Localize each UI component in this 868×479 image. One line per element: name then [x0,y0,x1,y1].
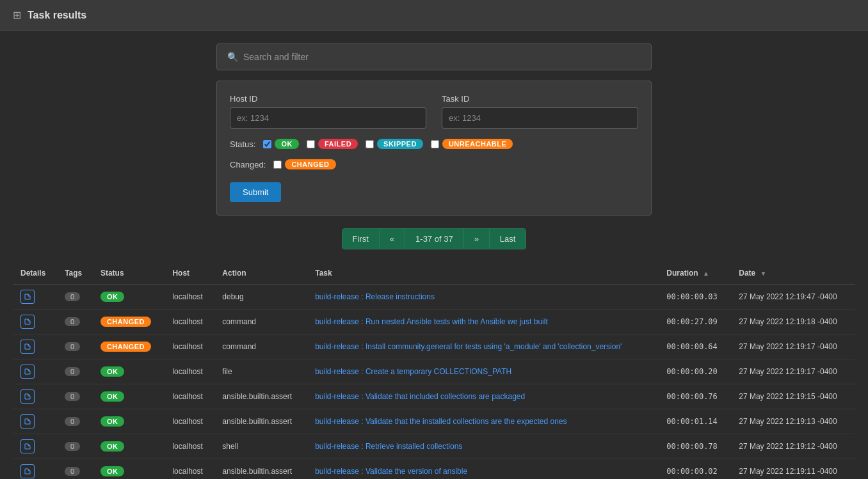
cell-task-5: build-release : Validate that the instal… [307,409,659,434]
cell-details-2 [13,334,57,359]
status-ok-checkbox[interactable] [263,140,271,148]
table-row: 0 OK localhost ansible.builtin.assert bu… [13,384,855,409]
cell-details-0 [13,285,57,310]
submit-button[interactable]: Submit [230,182,281,202]
results-table: Details Tags Status Host Action Task Dur… [13,262,855,479]
detail-link-5[interactable] [20,414,35,428]
task-link-2[interactable]: build-release : Install community.genera… [315,342,622,351]
cell-host-4: localhost [165,384,214,409]
col-host: Host [165,262,214,285]
task-link-5[interactable]: build-release : Validate that the instal… [315,417,567,426]
cell-host-6: localhost [165,434,214,459]
detail-link-0[interactable] [20,290,35,304]
status-skipped-item: SKIPPED [366,139,423,149]
status-filter-row: Status: OK FAILED SKIPPED UNREACHABLE [230,139,638,149]
status-badge-6: OK [100,441,125,452]
cell-details-6 [13,434,57,459]
main-content: 🔍 Search and filter Host ID Task ID Stat… [0,31,868,479]
task-id-label: Task ID [442,94,638,104]
detail-link-1[interactable] [20,315,35,329]
last-page-button[interactable]: Last [490,229,526,249]
task-link-3[interactable]: build-release : Create a temporary COLLE… [315,367,511,376]
cell-date-0: 27 May 2022 12:19:47 -0400 [731,285,855,310]
changed-filter-row: Changed: CHANGED [230,159,638,169]
cell-details-1 [13,310,57,334]
cell-tags-0: 0 [57,285,93,310]
status-failed-checkbox[interactable] [307,140,315,148]
cell-details-5 [13,409,57,434]
cell-duration-6: 00:00:00.78 [659,434,731,459]
detail-link-4[interactable] [20,389,35,404]
status-skipped-badge: SKIPPED [377,139,423,149]
task-id-input[interactable] [442,107,638,129]
cell-host-3: localhost [165,359,214,384]
first-page-button[interactable]: First [342,229,380,249]
next-page-button[interactable]: » [464,229,490,249]
filter-id-row: Host ID Task ID [230,94,638,129]
table-row: 0 OK localhost ansible.builtin.assert bu… [13,409,855,434]
cell-task-3: build-release : Create a temporary COLLE… [307,359,659,384]
table-row: 0 OK localhost file build-release : Crea… [13,359,855,384]
cell-host-0: localhost [165,285,214,310]
task-link-4[interactable]: build-release : Validate that included c… [315,392,525,401]
changed-filter-label: Changed: [230,160,266,169]
task-id-group: Task ID [442,94,638,129]
cell-action-0: debug [214,285,307,310]
cell-action-2: command [214,334,307,359]
prev-page-button[interactable]: « [380,229,405,249]
cell-tags-3: 0 [57,359,93,384]
detail-link-7[interactable] [20,464,35,478]
changed-checkbox[interactable] [273,161,282,169]
cell-date-1: 27 May 2022 12:19:18 -0400 [731,310,855,334]
cell-date-6: 27 May 2022 12:19:12 -0400 [731,434,855,459]
host-id-input[interactable] [230,107,426,129]
task-link-1[interactable]: build-release : Run nested Ansible tests… [315,317,548,326]
col-tags: Tags [57,262,93,285]
col-details: Details [13,262,57,285]
cell-task-7: build-release : Validate the version of … [307,459,659,480]
search-icon: 🔍 [227,52,238,62]
detail-link-3[interactable] [20,365,35,379]
status-badge-1: CHANGED [100,317,151,327]
cell-tags-5: 0 [57,409,93,434]
date-sort-icon: ▼ [760,270,767,277]
cell-task-0: build-release : Release instructions [307,285,659,310]
cell-date-3: 27 May 2022 12:19:17 -0400 [731,359,855,384]
col-duration[interactable]: Duration ▲ [659,262,731,285]
task-link-7[interactable]: build-release : Validate the version of … [315,467,467,476]
col-date[interactable]: Date ▼ [731,262,855,285]
status-unreachable-checkbox[interactable] [431,140,439,148]
status-failed-item: FAILED [307,139,358,149]
tag-count-2: 0 [65,342,80,351]
cell-host-2: localhost [165,334,214,359]
task-link-0[interactable]: build-release : Release instructions [315,292,435,301]
status-badge-4: OK [100,391,125,402]
cell-action-4: ansible.builtin.assert [214,384,307,409]
pagination: First « 1-37 of 37 » Last [342,228,527,249]
page-title: Task results [28,10,86,21]
status-failed-badge: FAILED [318,139,358,149]
table-row: 0 OK localhost ansible.builtin.assert bu… [13,459,855,480]
cell-tags-6: 0 [57,434,93,459]
task-link-6[interactable]: build-release : Retrieve installed colle… [315,442,462,451]
search-bar[interactable]: 🔍 Search and filter [216,43,652,70]
cell-status-2: CHANGED [93,334,165,359]
detail-link-6[interactable] [20,439,35,453]
changed-badge: CHANGED [285,159,335,169]
cell-tags-7: 0 [57,459,93,480]
detail-link-2[interactable] [20,340,35,354]
cell-action-1: command [214,310,307,334]
changed-item: CHANGED [273,159,335,169]
cell-host-5: localhost [165,409,214,434]
filter-area: Host ID Task ID Status: OK FAILED SKIPPE… [216,81,652,216]
status-badge-0: OK [100,292,125,302]
cell-task-4: build-release : Validate that included c… [307,384,659,409]
cell-action-3: file [214,359,307,384]
cell-action-7: ansible.builtin.assert [214,459,307,480]
cell-status-1: CHANGED [93,310,165,334]
cell-task-2: build-release : Install community.genera… [307,334,659,359]
results-table-container: Details Tags Status Host Action Task Dur… [13,262,855,479]
cell-duration-3: 00:00:00.20 [659,359,731,384]
task-results-icon: ⊞ [13,9,21,21]
status-skipped-checkbox[interactable] [366,140,374,148]
